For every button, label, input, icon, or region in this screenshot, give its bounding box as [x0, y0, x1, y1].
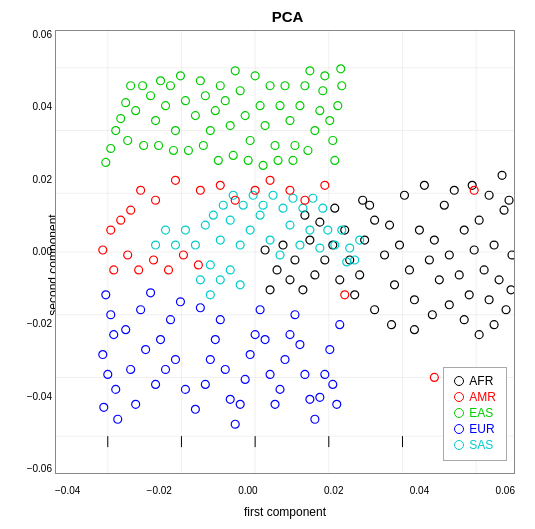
svg-point-129	[291, 142, 299, 150]
svg-point-68	[445, 301, 453, 309]
svg-point-123	[184, 146, 192, 154]
svg-point-249	[231, 196, 239, 204]
legend-label-sas: SAS	[469, 438, 493, 452]
svg-point-87	[316, 218, 324, 226]
svg-point-254	[321, 181, 329, 189]
svg-point-101	[221, 97, 229, 105]
svg-point-52	[336, 276, 344, 284]
svg-point-38	[410, 296, 418, 304]
svg-point-229	[219, 201, 227, 209]
chart-legend: AFR AMR EAS EUR SAS	[443, 367, 507, 461]
svg-point-173	[241, 375, 249, 383]
svg-point-128	[286, 117, 294, 125]
svg-point-226	[351, 256, 359, 264]
svg-point-54	[366, 201, 374, 209]
svg-point-186	[306, 395, 314, 403]
svg-point-104	[241, 112, 249, 120]
x-tick-0.00: 0.00	[238, 486, 257, 496]
svg-point-43	[470, 246, 478, 254]
svg-point-115	[139, 82, 147, 90]
svg-point-116	[122, 99, 130, 107]
legend-dot-sas	[454, 440, 464, 450]
svg-point-209	[256, 211, 264, 219]
svg-point-169	[221, 365, 229, 373]
svg-point-55	[386, 221, 394, 229]
svg-point-214	[306, 226, 314, 234]
y-tick-labels: 0.06 0.04 0.02 0.00 −0.02 −0.04 −0.06	[10, 30, 52, 474]
svg-point-170	[226, 395, 234, 403]
svg-point-49	[500, 206, 508, 214]
svg-point-94	[167, 82, 175, 90]
svg-point-62	[498, 171, 506, 179]
svg-point-248	[216, 181, 224, 189]
svg-point-181	[281, 356, 289, 364]
svg-point-195	[100, 403, 108, 411]
svg-point-148	[338, 82, 346, 90]
chart-container: PCA second component 0.06 0.04 0.02 0.00…	[0, 0, 535, 529]
svg-point-197	[147, 289, 155, 297]
svg-point-72	[502, 306, 510, 314]
x-tick-0.02: 0.02	[324, 486, 343, 496]
svg-point-159	[162, 365, 170, 373]
svg-point-57	[420, 181, 428, 189]
svg-point-74	[311, 271, 319, 279]
x-tick--0.02: −0.02	[147, 486, 172, 496]
svg-point-187	[311, 415, 319, 423]
svg-point-134	[244, 156, 252, 164]
legend-label-afr: AFR	[469, 374, 493, 388]
svg-point-78	[286, 276, 294, 284]
svg-point-53	[351, 291, 359, 299]
svg-point-90	[147, 92, 155, 100]
svg-point-130	[296, 102, 304, 110]
svg-point-117	[117, 115, 125, 123]
svg-point-236	[289, 194, 297, 202]
x-tick-0.04: 0.04	[410, 486, 429, 496]
svg-point-239	[319, 204, 327, 212]
legend-item-amr: AMR	[454, 390, 496, 404]
svg-point-138	[304, 146, 312, 154]
svg-point-210	[266, 236, 274, 244]
svg-point-192	[110, 331, 118, 339]
svg-point-144	[326, 117, 334, 125]
legend-dot-eas	[454, 408, 464, 418]
svg-point-212	[286, 221, 294, 229]
svg-point-172	[236, 400, 244, 408]
svg-point-131	[301, 82, 309, 90]
svg-point-196	[114, 415, 122, 423]
svg-point-220	[181, 226, 189, 234]
svg-point-164	[191, 405, 199, 413]
svg-point-180	[276, 385, 284, 393]
svg-point-263	[135, 266, 143, 274]
svg-point-73	[321, 256, 329, 264]
svg-point-155	[127, 365, 135, 373]
svg-point-151	[102, 158, 110, 166]
legend-dot-eur	[454, 424, 464, 434]
svg-point-255	[152, 196, 160, 204]
svg-point-207	[236, 241, 244, 249]
svg-point-238	[309, 194, 317, 202]
svg-point-215	[316, 244, 324, 252]
svg-point-63	[505, 196, 513, 204]
svg-point-251	[266, 176, 274, 184]
legend-dot-afr	[454, 376, 464, 386]
svg-point-111	[216, 82, 224, 90]
y-tick-0.04: 0.04	[33, 102, 52, 112]
svg-point-243	[216, 276, 224, 284]
svg-point-82	[261, 246, 269, 254]
legend-item-eas: EAS	[454, 406, 496, 420]
svg-point-113	[176, 72, 184, 80]
svg-point-98	[201, 92, 209, 100]
svg-point-50	[485, 296, 493, 304]
svg-point-261	[110, 266, 118, 274]
svg-point-202	[333, 400, 341, 408]
svg-point-97	[191, 112, 199, 120]
svg-point-198	[176, 298, 184, 306]
svg-point-205	[216, 236, 224, 244]
svg-point-112	[196, 77, 204, 85]
svg-point-201	[329, 380, 337, 388]
svg-point-176	[256, 306, 264, 314]
svg-point-241	[196, 276, 204, 284]
svg-point-145	[329, 137, 337, 145]
svg-point-171	[231, 420, 239, 428]
svg-point-69	[460, 316, 468, 324]
